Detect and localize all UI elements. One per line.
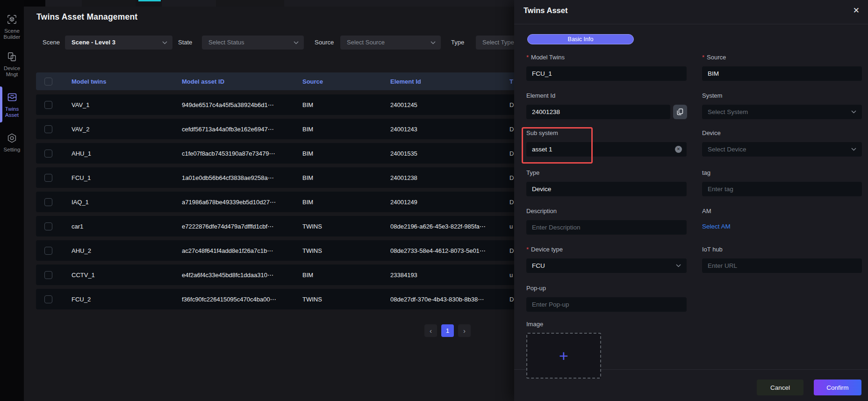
device-type-select[interactable]: FCU	[526, 258, 687, 273]
col-header-element-id[interactable]: Element Id	[390, 72, 506, 90]
clear-icon[interactable]: ✕	[675, 146, 682, 153]
cell-model-twins: FCU_1	[72, 167, 174, 188]
row-checkbox[interactable]	[44, 222, 52, 230]
filter-label-type: Type	[451, 36, 464, 50]
cell-source: BIM	[302, 265, 382, 285]
scene-select-value: Scene - Level 3	[72, 36, 115, 50]
sub-system-input[interactable]	[526, 142, 687, 157]
model-twins-input[interactable]	[526, 66, 687, 81]
scene-select[interactable]: Scene - Level 3	[65, 36, 172, 50]
image-upload-box[interactable]: +	[526, 333, 601, 379]
row-checkbox[interactable]	[44, 247, 52, 255]
filter-label-state: State	[178, 36, 192, 50]
table-row[interactable]: IAQ_1 a71986a678be49339eb5d10d27⋯ BIM 24…	[36, 192, 531, 212]
tab-strip-segment	[24, 0, 45, 7]
field-label-tag: tag	[702, 169, 710, 176]
confirm-button[interactable]: Confirm	[814, 380, 861, 395]
cell-element-id: 24001243	[390, 119, 506, 139]
table-row[interactable]: AHU_1 c1fe07f8acb7453190a87e73479⋯ BIM 2…	[36, 143, 531, 164]
cell-model-twins: car1	[72, 216, 174, 236]
field-label-iot-hub: IoT hub	[702, 246, 723, 253]
field-label-device: Device	[702, 129, 721, 136]
source-select[interactable]: Select Source	[340, 36, 441, 50]
table-row[interactable]: AHU_2 ac27c48f641f4add8e1f26a7c1b⋯ TWINS…	[36, 240, 531, 261]
cell-model-twins: CCTV_1	[72, 265, 174, 285]
cell-source: TWINS	[302, 289, 382, 309]
select-am-link[interactable]: Select AM	[702, 223, 731, 230]
device-select-placeholder: Select Device	[708, 142, 746, 157]
pagination-prev-button[interactable]: ‹	[424, 324, 437, 337]
sub-system-field: ✕	[526, 142, 687, 157]
state-select[interactable]: Select Status	[202, 36, 304, 50]
row-checkbox[interactable]	[44, 295, 52, 303]
table-row[interactable]: VAV_2 cefdf56713a44a0fb3e162e6947⋯ BIM 2…	[36, 119, 531, 139]
table-row[interactable]: car1 e7222876dfe74d479a7dfffd1cbf⋯ TWINS…	[36, 216, 531, 236]
row-checkbox[interactable]	[44, 271, 52, 279]
field-label-description: Description	[526, 208, 557, 215]
cell-element-id: 24001535	[390, 143, 506, 164]
field-label-type: Type	[526, 169, 539, 176]
cell-source: BIM	[302, 94, 382, 115]
row-checkbox[interactable]	[44, 101, 52, 109]
cell-source: TWINS	[302, 240, 382, 261]
field-label-sub-system: Sub system	[526, 129, 558, 136]
tag-input[interactable]	[702, 182, 862, 196]
table-row[interactable]: FCU_2 f36fc90fc226415095c470c4ba00⋯ TWIN…	[36, 289, 531, 309]
chevron-left-icon: ‹	[430, 327, 432, 335]
col-header-model-asset-id[interactable]: Model asset ID	[182, 72, 296, 90]
field-label-popup: Pop-up	[526, 285, 546, 292]
sidebar-item-label: Scene Builder	[0, 28, 24, 40]
browser-tab-strip	[24, 0, 514, 7]
source-input[interactable]	[702, 66, 862, 81]
cancel-button[interactable]: Cancel	[757, 380, 803, 395]
row-checkbox[interactable]	[44, 174, 52, 182]
cell-source: TWINS	[302, 216, 382, 236]
cell-model-asset-id: c1fe07f8acb7453190a87e73479⋯	[182, 143, 296, 164]
copy-button[interactable]	[673, 105, 687, 119]
row-checkbox[interactable]	[44, 125, 52, 133]
chevron-down-icon	[851, 110, 856, 114]
setting-gear-icon	[7, 133, 17, 145]
description-input[interactable]	[526, 220, 687, 235]
field-label-model-twins: *Model Twins	[526, 54, 565, 61]
page-title: Twins Asset Management	[36, 12, 137, 22]
chevron-down-icon	[430, 41, 436, 44]
field-label-am: AM	[702, 208, 711, 215]
row-checkbox[interactable]	[44, 150, 52, 158]
cell-model-twins: FCU_2	[72, 289, 174, 309]
device-select[interactable]: Select Device	[702, 142, 862, 157]
drawer-title: Twins Asset	[524, 6, 567, 15]
field-label-source: *Source	[702, 54, 726, 61]
col-header-model-twins[interactable]: Model twins	[72, 72, 174, 90]
cell-model-twins: AHU_1	[72, 143, 174, 164]
pagination-page-1[interactable]: 1	[441, 324, 454, 337]
col-header-source[interactable]: Source	[302, 72, 382, 90]
sidebar-item-device-mngt[interactable]: Device Mngt	[0, 51, 24, 78]
field-label-image: Image	[526, 321, 543, 328]
sidebar: Scene Builder Device Mngt Twins Asset	[0, 0, 24, 401]
divider	[514, 24, 868, 24]
pagination-next-button[interactable]: ›	[458, 324, 471, 337]
system-select[interactable]: Select System	[702, 105, 862, 119]
iot-hub-input[interactable]	[702, 258, 862, 273]
active-tab-indicator	[138, 0, 161, 1]
scene-builder-icon	[7, 14, 17, 26]
cell-element-id: 24001238	[390, 167, 506, 188]
copy-icon	[677, 108, 683, 115]
type-input[interactable]	[526, 182, 687, 196]
sidebar-item-setting[interactable]: Setting	[0, 133, 24, 153]
element-id-input[interactable]	[526, 105, 670, 119]
table-row[interactable]: VAV_1 949de6517c4a45f5a38924b6d1⋯ BIM 24…	[36, 94, 531, 115]
sidebar-item-label: Device Mngt	[0, 65, 24, 78]
field-label-device-type: *Device type	[526, 246, 563, 253]
close-icon[interactable]: ✕	[853, 6, 860, 15]
table-row[interactable]: CCTV_1 e4f2a6f4c33e45bd8fc1ddaa310⋯ BIM …	[36, 265, 531, 285]
tab-basic-info[interactable]: Basic Info	[527, 34, 634, 44]
select-all-checkbox[interactable]	[44, 78, 52, 86]
sidebar-item-twins-asset[interactable]: Twins Asset	[0, 92, 24, 118]
cell-source: BIM	[302, 119, 382, 139]
sidebar-item-scene-builder[interactable]: Scene Builder	[0, 14, 24, 40]
row-checkbox[interactable]	[44, 198, 52, 206]
popup-input[interactable]	[526, 297, 687, 312]
table-row[interactable]: FCU_1 1a01e0db56b64cf3838ae9258a⋯ BIM 24…	[36, 167, 531, 188]
